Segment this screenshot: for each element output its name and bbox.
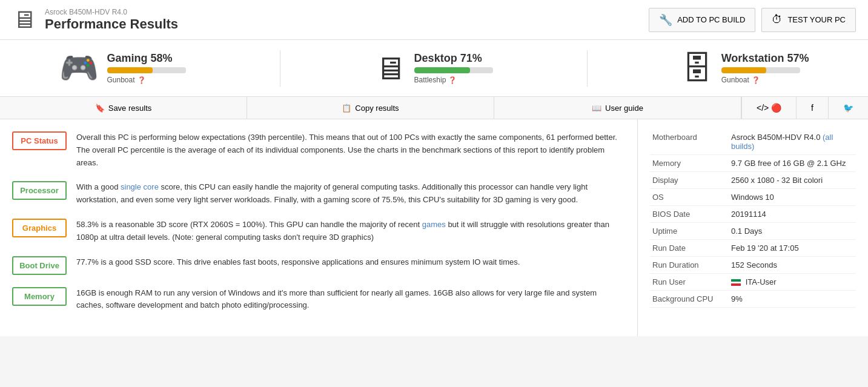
single-core-link[interactable]: single core: [121, 182, 159, 191]
desktop-label: Desktop 71%: [414, 52, 493, 65]
info-value: Feb 19 '20 at 17:05: [729, 240, 856, 257]
desktop-subtitle: Battleship ❓: [414, 76, 493, 84]
actions-bar: 🔖 Save results 📋 Copy results 📖 User gui…: [0, 97, 868, 119]
title-block: Asrock B450M-HDV R4.0 Performance Result…: [45, 8, 178, 32]
section-boot-drive: Boot Drive 77.7% is a good SSD score. Th…: [12, 256, 625, 275]
processor-button[interactable]: Processor: [12, 181, 67, 200]
info-label: BIOS Date: [650, 206, 729, 223]
pc-status-button[interactable]: PC Status: [12, 131, 67, 150]
save-results-label: Save results: [108, 104, 152, 113]
gaming-subtitle: Gunboat ❓: [107, 76, 186, 84]
test-your-pc-button[interactable]: ⏱ TEST YOUR PC: [761, 8, 856, 32]
action-buttons-left: 🔖 Save results 📋 Copy results 📖 User gui…: [0, 97, 741, 119]
user-guide-button[interactable]: 📖 User guide: [494, 97, 741, 119]
section-processor: Processor With a good single core score,…: [12, 181, 625, 207]
right-panel: Motherboard Asrock B450M-HDV R4.0 (all b…: [638, 119, 868, 336]
info-value: 20191114: [729, 206, 856, 223]
clock-icon: ⏱: [772, 13, 783, 26]
main-content: PC Status Overall this PC is performing …: [0, 119, 868, 336]
graphics-text: 58.3% is a reasonable 3D score (RTX 2060…: [76, 219, 625, 244]
gaming-help-icon[interactable]: ❓: [137, 76, 146, 84]
add-to-build-label: ADD TO PC BUILD: [677, 15, 745, 24]
workstation-score: 🗄 Workstation 57% Gunboat ❓: [681, 50, 809, 87]
workstation-progress-fill: [721, 67, 766, 73]
header-subtitle: Asrock B450M-HDV R4.0: [45, 8, 178, 16]
test-your-pc-label: TEST YOUR PC: [787, 15, 846, 24]
info-label: Run Duration: [650, 257, 729, 274]
info-label: Run Date: [650, 240, 729, 257]
workstation-label: Workstation 57%: [721, 52, 809, 65]
copy-results-button[interactable]: 📋 Copy results: [247, 97, 494, 119]
reddit-share-button[interactable]: </> 🔴: [741, 97, 796, 119]
games-link[interactable]: games: [422, 220, 446, 229]
italian-flag-icon: [731, 279, 741, 286]
facebook-share-button[interactable]: f: [796, 97, 828, 119]
gaming-details: Gaming 58% Gunboat ❓: [107, 52, 186, 84]
table-row: Background CPU 9%: [650, 291, 856, 308]
add-to-build-button[interactable]: 🔧 ADD TO PC BUILD: [649, 8, 755, 32]
table-row: Run User ITA-User: [650, 274, 856, 291]
info-label: Background CPU: [650, 291, 729, 308]
table-row: Memory 9.7 GB free of 16 GB @ 2.1 GHz: [650, 155, 856, 172]
bookmark-icon: 🔖: [95, 104, 105, 113]
table-row: Uptime 0.1 Days: [650, 223, 856, 240]
workstation-help-icon[interactable]: ❓: [752, 76, 760, 84]
gaming-label: Gaming 58%: [107, 52, 186, 65]
copy-icon: 📋: [342, 104, 351, 113]
workstation-details: Workstation 57% Gunboat ❓: [721, 52, 809, 84]
info-label: Memory: [650, 155, 729, 172]
table-row: Display 2560 x 1080 - 32 Bit colori: [650, 172, 856, 189]
reddit-icon: </> 🔴: [757, 103, 781, 113]
info-label: OS: [650, 189, 729, 206]
page-title: Performance Results: [45, 16, 178, 32]
table-row: Run Duration 152 Seconds: [650, 257, 856, 274]
graphics-button[interactable]: Graphics: [12, 219, 67, 237]
copy-results-label: Copy results: [355, 104, 399, 113]
workstation-subtitle: Gunboat ❓: [721, 76, 809, 84]
info-value: Windows 10: [729, 189, 856, 206]
memory-button[interactable]: Memory: [12, 287, 67, 306]
table-row: Run Date Feb 19 '20 at 17:05: [650, 240, 856, 257]
desktop-progress-fill: [414, 67, 470, 73]
desktop-score: 🖥 Desktop 71% Battleship ❓: [374, 50, 493, 87]
gaming-icon: 🎮: [59, 50, 99, 87]
info-value: 9%: [729, 291, 856, 308]
scores-bar: 🎮 Gaming 58% Gunboat ❓ 🖥 Desktop 71% Bat…: [0, 40, 868, 97]
info-label: Run User: [650, 274, 729, 291]
facebook-icon: f: [811, 103, 813, 113]
guide-icon: 📖: [592, 104, 601, 113]
gaming-progress-wrap: [107, 67, 186, 73]
info-value: ITA-User: [729, 274, 856, 291]
boot-drive-text: 77.7% is a good SSD score. This drive en…: [76, 256, 625, 269]
table-row: BIOS Date 20191114: [650, 206, 856, 223]
memory-text: 16GB is enough RAM to run any version of…: [76, 287, 625, 313]
desktop-help-icon[interactable]: ❓: [448, 76, 457, 84]
info-value: 9.7 GB free of 16 GB @ 2.1 GHz: [729, 155, 856, 172]
desktop-progress-wrap: [414, 67, 493, 73]
processor-text: With a good single core score, this CPU …: [76, 181, 625, 207]
user-guide-label: User guide: [605, 104, 643, 113]
section-graphics: Graphics 58.3% is a reasonable 3D score …: [12, 219, 625, 244]
desktop-icon: 🖥: [374, 50, 406, 87]
info-value: Asrock B450M-HDV R4.0 (all builds): [729, 129, 856, 155]
workstation-icon: 🗄: [681, 50, 713, 87]
header-actions: 🔧 ADD TO PC BUILD ⏱ TEST YOUR PC: [649, 8, 856, 32]
boot-drive-button[interactable]: Boot Drive: [12, 256, 67, 275]
info-label: Display: [650, 172, 729, 189]
divider-1: [280, 50, 280, 87]
info-label: Motherboard: [650, 129, 729, 155]
pc-status-text: Overall this PC is performing below expe…: [76, 131, 625, 169]
info-value: 152 Seconds: [729, 257, 856, 274]
gaming-score: 🎮 Gaming 58% Gunboat ❓: [59, 50, 186, 87]
save-results-button[interactable]: 🔖 Save results: [0, 97, 247, 119]
twitter-share-button[interactable]: 🐦: [828, 97, 868, 119]
system-info-table: Motherboard Asrock B450M-HDV R4.0 (all b…: [650, 129, 856, 308]
table-row: Motherboard Asrock B450M-HDV R4.0 (all b…: [650, 129, 856, 155]
header: 🖥 Asrock B450M-HDV R4.0 Performance Resu…: [0, 0, 868, 40]
twitter-icon: 🐦: [843, 103, 853, 113]
table-row: OS Windows 10: [650, 189, 856, 206]
social-buttons: </> 🔴 f 🐦: [741, 97, 868, 119]
left-panel: PC Status Overall this PC is performing …: [0, 119, 638, 336]
divider-2: [587, 50, 588, 87]
section-pc-status: PC Status Overall this PC is performing …: [12, 131, 625, 169]
